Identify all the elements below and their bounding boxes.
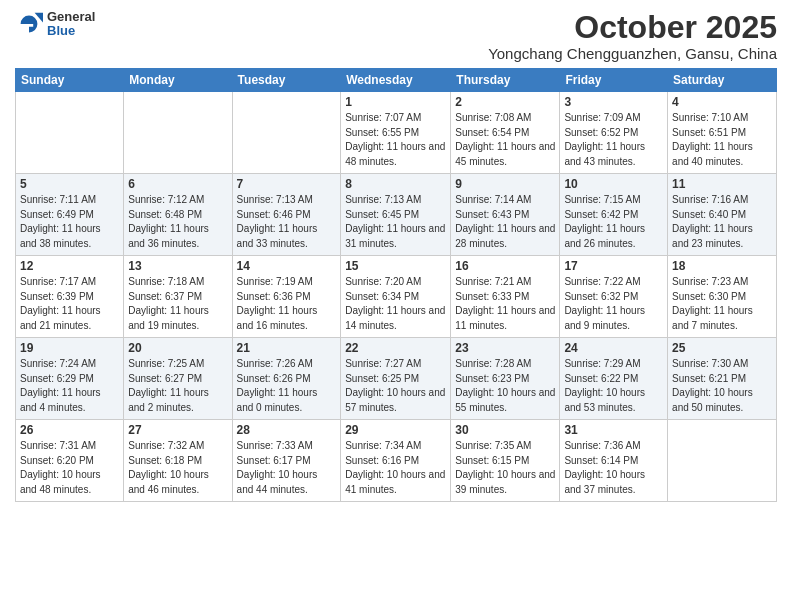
day-info: Sunrise: 7:13 AMSunset: 6:45 PMDaylight:… [345, 193, 446, 251]
day-cell: 16Sunrise: 7:21 AMSunset: 6:33 PMDayligh… [451, 256, 560, 338]
day-cell [232, 92, 341, 174]
day-cell: 19Sunrise: 7:24 AMSunset: 6:29 PMDayligh… [16, 338, 124, 420]
day-info: Sunrise: 7:32 AMSunset: 6:18 PMDaylight:… [128, 439, 227, 497]
day-number: 25 [672, 341, 772, 355]
day-number: 8 [345, 177, 446, 191]
day-number: 17 [564, 259, 663, 273]
logo-general: General [47, 10, 95, 24]
title-area: October 2025 Yongchang Chengguanzhen, Ga… [488, 10, 777, 62]
day-number: 14 [237, 259, 337, 273]
day-cell: 24Sunrise: 7:29 AMSunset: 6:22 PMDayligh… [560, 338, 668, 420]
day-number: 12 [20, 259, 119, 273]
day-number: 31 [564, 423, 663, 437]
day-info: Sunrise: 7:25 AMSunset: 6:27 PMDaylight:… [128, 357, 227, 415]
day-info: Sunrise: 7:30 AMSunset: 6:21 PMDaylight:… [672, 357, 772, 415]
day-number: 20 [128, 341, 227, 355]
day-info: Sunrise: 7:22 AMSunset: 6:32 PMDaylight:… [564, 275, 663, 333]
day-number: 30 [455, 423, 555, 437]
day-number: 10 [564, 177, 663, 191]
logo-blue: Blue [47, 24, 95, 38]
day-info: Sunrise: 7:28 AMSunset: 6:23 PMDaylight:… [455, 357, 555, 415]
day-info: Sunrise: 7:12 AMSunset: 6:48 PMDaylight:… [128, 193, 227, 251]
day-number: 15 [345, 259, 446, 273]
week-row-3: 12Sunrise: 7:17 AMSunset: 6:39 PMDayligh… [16, 256, 777, 338]
day-cell: 12Sunrise: 7:17 AMSunset: 6:39 PMDayligh… [16, 256, 124, 338]
day-number: 5 [20, 177, 119, 191]
col-header-tuesday: Tuesday [232, 69, 341, 92]
col-header-monday: Monday [124, 69, 232, 92]
day-number: 28 [237, 423, 337, 437]
location: Yongchang Chengguanzhen, Gansu, China [488, 45, 777, 62]
day-number: 22 [345, 341, 446, 355]
day-number: 7 [237, 177, 337, 191]
day-info: Sunrise: 7:09 AMSunset: 6:52 PMDaylight:… [564, 111, 663, 169]
week-row-1: 1Sunrise: 7:07 AMSunset: 6:55 PMDaylight… [16, 92, 777, 174]
day-number: 26 [20, 423, 119, 437]
day-cell: 3Sunrise: 7:09 AMSunset: 6:52 PMDaylight… [560, 92, 668, 174]
day-cell: 29Sunrise: 7:34 AMSunset: 6:16 PMDayligh… [341, 420, 451, 502]
day-number: 16 [455, 259, 555, 273]
day-cell: 18Sunrise: 7:23 AMSunset: 6:30 PMDayligh… [668, 256, 777, 338]
day-number: 18 [672, 259, 772, 273]
col-header-friday: Friday [560, 69, 668, 92]
day-info: Sunrise: 7:10 AMSunset: 6:51 PMDaylight:… [672, 111, 772, 169]
day-info: Sunrise: 7:20 AMSunset: 6:34 PMDaylight:… [345, 275, 446, 333]
calendar: SundayMondayTuesdayWednesdayThursdayFrid… [15, 68, 777, 502]
day-cell [124, 92, 232, 174]
day-cell: 22Sunrise: 7:27 AMSunset: 6:25 PMDayligh… [341, 338, 451, 420]
day-number: 4 [672, 95, 772, 109]
day-info: Sunrise: 7:14 AMSunset: 6:43 PMDaylight:… [455, 193, 555, 251]
logo: General Blue [15, 10, 95, 39]
day-number: 27 [128, 423, 227, 437]
day-info: Sunrise: 7:34 AMSunset: 6:16 PMDaylight:… [345, 439, 446, 497]
header: General Blue October 2025 Yongchang Chen… [15, 10, 777, 62]
day-info: Sunrise: 7:23 AMSunset: 6:30 PMDaylight:… [672, 275, 772, 333]
day-info: Sunrise: 7:31 AMSunset: 6:20 PMDaylight:… [20, 439, 119, 497]
day-info: Sunrise: 7:17 AMSunset: 6:39 PMDaylight:… [20, 275, 119, 333]
day-cell: 20Sunrise: 7:25 AMSunset: 6:27 PMDayligh… [124, 338, 232, 420]
day-info: Sunrise: 7:15 AMSunset: 6:42 PMDaylight:… [564, 193, 663, 251]
day-info: Sunrise: 7:18 AMSunset: 6:37 PMDaylight:… [128, 275, 227, 333]
day-number: 9 [455, 177, 555, 191]
day-cell: 23Sunrise: 7:28 AMSunset: 6:23 PMDayligh… [451, 338, 560, 420]
day-number: 2 [455, 95, 555, 109]
week-row-5: 26Sunrise: 7:31 AMSunset: 6:20 PMDayligh… [16, 420, 777, 502]
day-number: 21 [237, 341, 337, 355]
day-number: 23 [455, 341, 555, 355]
day-cell: 21Sunrise: 7:26 AMSunset: 6:26 PMDayligh… [232, 338, 341, 420]
col-header-wednesday: Wednesday [341, 69, 451, 92]
day-info: Sunrise: 7:36 AMSunset: 6:14 PMDaylight:… [564, 439, 663, 497]
col-header-saturday: Saturday [668, 69, 777, 92]
logo-text: General Blue [47, 10, 95, 39]
day-cell: 28Sunrise: 7:33 AMSunset: 6:17 PMDayligh… [232, 420, 341, 502]
day-cell: 30Sunrise: 7:35 AMSunset: 6:15 PMDayligh… [451, 420, 560, 502]
day-number: 13 [128, 259, 227, 273]
day-cell: 10Sunrise: 7:15 AMSunset: 6:42 PMDayligh… [560, 174, 668, 256]
day-cell: 9Sunrise: 7:14 AMSunset: 6:43 PMDaylight… [451, 174, 560, 256]
day-number: 19 [20, 341, 119, 355]
week-row-4: 19Sunrise: 7:24 AMSunset: 6:29 PMDayligh… [16, 338, 777, 420]
day-info: Sunrise: 7:19 AMSunset: 6:36 PMDaylight:… [237, 275, 337, 333]
day-info: Sunrise: 7:24 AMSunset: 6:29 PMDaylight:… [20, 357, 119, 415]
day-cell: 31Sunrise: 7:36 AMSunset: 6:14 PMDayligh… [560, 420, 668, 502]
day-cell: 8Sunrise: 7:13 AMSunset: 6:45 PMDaylight… [341, 174, 451, 256]
day-info: Sunrise: 7:27 AMSunset: 6:25 PMDaylight:… [345, 357, 446, 415]
day-info: Sunrise: 7:21 AMSunset: 6:33 PMDaylight:… [455, 275, 555, 333]
day-cell: 27Sunrise: 7:32 AMSunset: 6:18 PMDayligh… [124, 420, 232, 502]
day-cell: 26Sunrise: 7:31 AMSunset: 6:20 PMDayligh… [16, 420, 124, 502]
day-info: Sunrise: 7:08 AMSunset: 6:54 PMDaylight:… [455, 111, 555, 169]
day-cell: 5Sunrise: 7:11 AMSunset: 6:49 PMDaylight… [16, 174, 124, 256]
col-header-thursday: Thursday [451, 69, 560, 92]
day-cell: 7Sunrise: 7:13 AMSunset: 6:46 PMDaylight… [232, 174, 341, 256]
week-row-2: 5Sunrise: 7:11 AMSunset: 6:49 PMDaylight… [16, 174, 777, 256]
day-cell: 15Sunrise: 7:20 AMSunset: 6:34 PMDayligh… [341, 256, 451, 338]
day-cell: 4Sunrise: 7:10 AMSunset: 6:51 PMDaylight… [668, 92, 777, 174]
day-cell: 13Sunrise: 7:18 AMSunset: 6:37 PMDayligh… [124, 256, 232, 338]
day-cell: 1Sunrise: 7:07 AMSunset: 6:55 PMDaylight… [341, 92, 451, 174]
day-number: 11 [672, 177, 772, 191]
day-info: Sunrise: 7:13 AMSunset: 6:46 PMDaylight:… [237, 193, 337, 251]
day-number: 6 [128, 177, 227, 191]
day-cell: 25Sunrise: 7:30 AMSunset: 6:21 PMDayligh… [668, 338, 777, 420]
day-number: 29 [345, 423, 446, 437]
day-info: Sunrise: 7:16 AMSunset: 6:40 PMDaylight:… [672, 193, 772, 251]
